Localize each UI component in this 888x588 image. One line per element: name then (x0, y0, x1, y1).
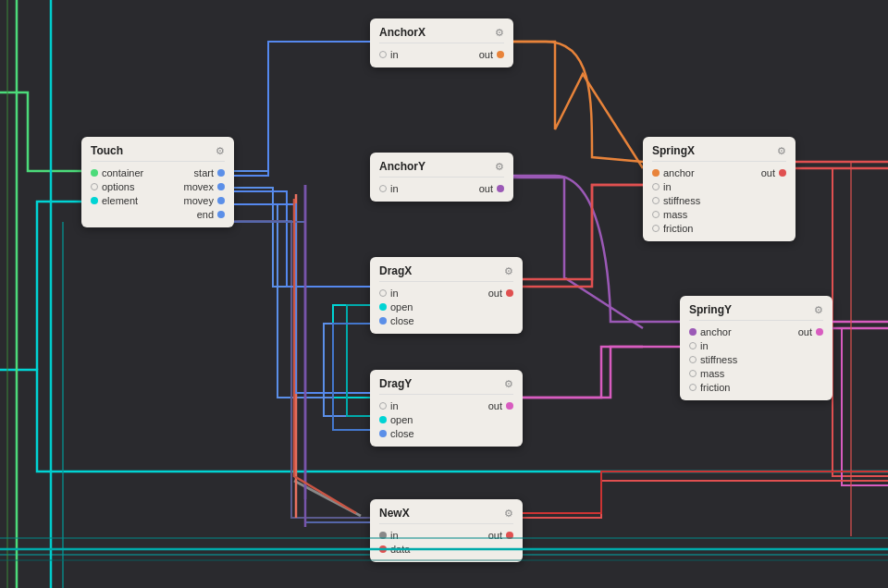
springy-outputs: out (741, 326, 823, 393)
springx-header: SpringX ⚙ (652, 144, 786, 162)
dragy-outputs: out (418, 400, 513, 439)
anchorx-gear[interactable]: ⚙ (495, 27, 504, 39)
springy-input-in: in (689, 340, 737, 351)
springy-inputs: anchor in stiffness mass friction (689, 326, 737, 393)
touch-inputs: container options element (91, 167, 143, 220)
dragy-in-dot (379, 402, 387, 410)
touch-output-start: start (194, 167, 225, 178)
springx-title: SpringX (652, 144, 695, 157)
touch-outputs: start movex movey end (147, 167, 225, 220)
springy-ports: anchor in stiffness mass friction o (689, 326, 823, 393)
springx-anchor-dot (652, 169, 660, 177)
anchory-gear[interactable]: ⚙ (495, 161, 504, 173)
anchorx-node: AnchorX ⚙ in out (370, 18, 513, 67)
springy-input-stiffness: stiffness (689, 354, 737, 365)
touch-gear[interactable]: ⚙ (216, 145, 225, 157)
dragx-input-open: open (379, 301, 414, 312)
anchorx-out-dot (497, 51, 504, 58)
touch-ports: container options element start movex (91, 167, 225, 220)
springy-input-anchor: anchor (689, 326, 737, 337)
springx-gear[interactable]: ⚙ (777, 145, 786, 157)
anchorx-inputs: in (379, 49, 399, 60)
dragx-title: DragX (379, 264, 412, 277)
newx-input-data: data (379, 544, 410, 555)
springy-output-out: out (798, 326, 823, 337)
springx-inputs: anchor in stiffness mass friction (652, 167, 700, 234)
anchorx-input-in: in (379, 49, 399, 60)
springy-in-dot (689, 342, 697, 349)
anchory-in-dot (379, 185, 387, 192)
dragx-input-in: in (379, 288, 414, 299)
newx-inputs: in data (379, 530, 410, 555)
springx-input-mass: mass (652, 209, 700, 220)
dragy-title: DragY (379, 377, 412, 390)
springy-friction-dot (689, 384, 697, 391)
springx-input-in: in (652, 181, 700, 192)
anchorx-header: AnchorX ⚙ (379, 26, 504, 43)
dragy-out-dot (506, 402, 513, 410)
touch-input-container: container (91, 167, 143, 178)
springx-ports: anchor in stiffness mass friction o (652, 167, 786, 234)
newx-outputs: out (413, 530, 513, 555)
dragy-inputs: in open close (379, 400, 414, 439)
dragy-open-dot (379, 416, 387, 423)
newx-node: NewX ⚙ in data out (370, 499, 523, 562)
dragy-gear[interactable]: ⚙ (504, 378, 513, 390)
anchory-outputs: out (402, 183, 504, 194)
anchory-input-in: in (379, 183, 399, 194)
anchory-ports: in out (379, 183, 504, 194)
anchorx-in-dot (379, 51, 387, 58)
anchory-out-dot (497, 185, 504, 192)
dragy-input-open: open (379, 414, 414, 425)
newx-data-dot (379, 545, 387, 553)
springx-input-friction: friction (652, 223, 700, 234)
dragx-close-dot (379, 317, 387, 325)
springx-outputs: out (704, 167, 786, 234)
newx-title: NewX (379, 507, 410, 520)
dragx-inputs: in open close (379, 288, 414, 326)
element-dot (91, 197, 98, 204)
springx-input-stiffness: stiffness (652, 195, 700, 206)
anchory-output-out: out (479, 183, 504, 194)
springx-stiffness-dot (652, 197, 660, 204)
touch-output-movex: movex (184, 181, 225, 192)
springy-gear[interactable]: ⚙ (814, 304, 823, 316)
newx-header: NewX ⚙ (379, 507, 513, 524)
anchorx-outputs: out (402, 49, 504, 60)
touch-output-end: end (197, 209, 225, 220)
springy-out-dot (816, 328, 823, 336)
touch-node: Touch ⚙ container options element start (81, 137, 234, 227)
end-dot (217, 211, 225, 218)
touch-header: Touch ⚙ (91, 144, 225, 162)
anchory-inputs: in (379, 183, 399, 194)
newx-out-dot (506, 532, 513, 539)
anchory-title: AnchorY (379, 160, 426, 173)
anchorx-output-out: out (479, 49, 504, 60)
touch-output-movey: movey (184, 195, 225, 206)
springx-out-dot (779, 169, 786, 177)
dragy-header: DragY ⚙ (379, 377, 513, 395)
options-dot (91, 183, 98, 190)
dragy-output-out: out (488, 400, 513, 411)
springx-input-anchor: anchor (652, 167, 700, 178)
newx-gear[interactable]: ⚙ (504, 508, 513, 520)
dragx-gear[interactable]: ⚙ (504, 265, 513, 277)
newx-output-out: out (488, 530, 513, 541)
springy-anchor-dot (689, 328, 697, 336)
anchorx-ports: in out (379, 49, 504, 60)
dragx-open-dot (379, 303, 387, 311)
dragy-close-dot (379, 430, 387, 437)
touch-input-options: options (91, 181, 143, 192)
dragx-output-out: out (488, 288, 513, 299)
springx-in-dot (652, 183, 660, 190)
dragy-ports: in open close out (379, 400, 513, 439)
dragy-input-close: close (379, 428, 414, 439)
anchorx-title: AnchorX (379, 26, 426, 39)
springx-mass-dot (652, 211, 660, 218)
dragy-node: DragY ⚙ in open close out (370, 370, 523, 447)
dragx-node: DragX ⚙ in open close out (370, 257, 523, 334)
dragy-input-in: in (379, 400, 414, 411)
springy-title: SpringY (689, 303, 732, 316)
touch-title: Touch (91, 144, 123, 157)
springx-output-out: out (761, 167, 786, 178)
